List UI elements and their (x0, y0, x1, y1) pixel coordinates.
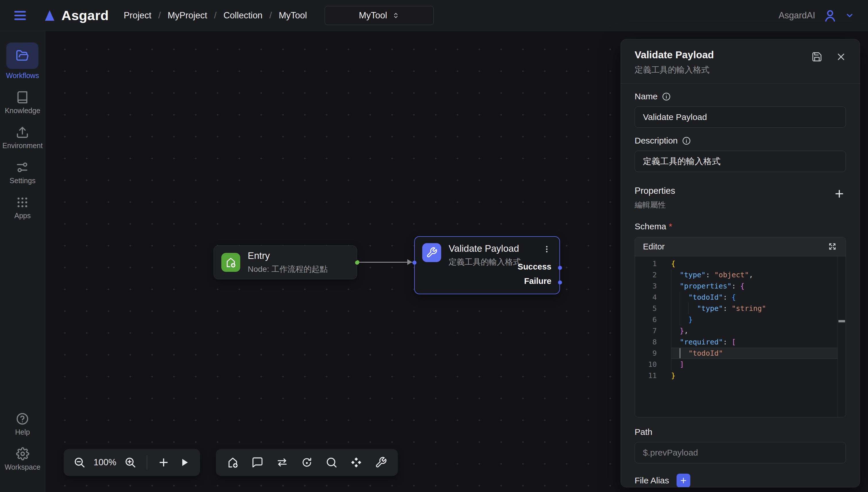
sidebar-item-highlight (16, 91, 29, 104)
validate-success-port[interactable] (558, 266, 562, 270)
swap-arrows-icon (276, 457, 288, 468)
breadcrumb-separator: / (158, 10, 161, 21)
description-input[interactable] (635, 151, 846, 172)
sidebar-item-settings[interactable]: Settings (9, 161, 35, 185)
fit-view-button[interactable] (350, 456, 363, 469)
indent-guide (671, 314, 671, 325)
auto-layout-button[interactable] (300, 456, 314, 469)
code-line-6[interactable]: 6 } (635, 314, 846, 325)
line-number: 6 (635, 314, 657, 325)
breadcrumb-item-myproject[interactable]: MyProject (168, 10, 207, 21)
code-line-2[interactable]: 2 "type": "object", (635, 269, 846, 280)
panel-body: Name Description Properties 編輯屬性 Schema*… (621, 92, 860, 487)
swap-connections-button[interactable] (276, 456, 289, 469)
run-button[interactable] (178, 456, 191, 469)
dots-vertical-icon (543, 245, 551, 253)
code-line-8[interactable]: 8 "required": [ (635, 337, 846, 348)
node-menu-button[interactable] (542, 243, 552, 256)
save-button[interactable] (812, 51, 822, 62)
code-line-3[interactable]: 3 "properties": { (635, 280, 846, 292)
breadcrumb-item-project[interactable]: Project (124, 10, 151, 21)
tool-select-value: MyTool (359, 10, 387, 21)
sidebar-item-help[interactable]: Help (15, 412, 30, 436)
name-label-text: Name (635, 92, 658, 101)
code-line-10[interactable]: 10 ] (635, 359, 846, 370)
add-property-button[interactable] (833, 188, 846, 201)
sidebar-item-highlight (16, 447, 29, 461)
menu-button[interactable] (13, 8, 28, 23)
info-icon[interactable] (662, 92, 671, 101)
line-number: 4 (635, 292, 657, 303)
schema-label-text: Schema (635, 222, 666, 231)
code-line-1[interactable]: 1{ (635, 258, 846, 269)
entry-output-port[interactable] (355, 261, 359, 265)
brand[interactable]: Asgard (43, 7, 109, 23)
code-editor-area[interactable]: 1{2 "type": "object",3 "properties": {4 … (635, 256, 846, 417)
code-line-7[interactable]: 7 }, (635, 325, 846, 337)
unfold-icon (392, 11, 400, 20)
sidebar-item-workspace[interactable]: Workspace (5, 447, 41, 471)
gear-icon (16, 447, 29, 461)
tool-select-dropdown[interactable]: MyTool (325, 6, 434, 25)
node-validate-payload[interactable]: Validate Payload 定義工具的輸入格式 Success Failu… (414, 236, 560, 294)
code-line-4[interactable]: 4 "todoId": { (635, 292, 846, 303)
sidebar-item-highlight (16, 196, 29, 209)
editor-header: Editor (635, 238, 846, 256)
panel-actions (812, 51, 846, 62)
search-button[interactable] (325, 456, 338, 469)
node-entry[interactable]: Entry Node: 工作流程的起點 (214, 245, 357, 279)
sidebar-item-knowledge[interactable]: Knowledge (5, 91, 41, 115)
info-icon[interactable] (682, 137, 691, 145)
comment-button[interactable] (251, 456, 264, 469)
grid-dots-icon (16, 196, 29, 209)
breadcrumb-separator: / (214, 10, 217, 21)
code-line-9[interactable]: 9 "todoId" (635, 348, 846, 359)
path-label-text: Path (635, 427, 652, 437)
indent-guide (680, 292, 680, 303)
indent-guide (671, 348, 671, 359)
properties-subtitle: 編輯屬性 (635, 200, 675, 210)
validate-node-outputs: Success Failure (518, 262, 551, 286)
expand-editor-button[interactable] (827, 242, 838, 252)
required-asterisk: * (669, 222, 672, 231)
add-entry-node-button[interactable] (226, 456, 240, 469)
folder-open-icon (16, 49, 29, 62)
sidebar-item-apps[interactable]: Apps (14, 196, 31, 220)
editor-scrollbar[interactable] (838, 256, 846, 417)
path-input[interactable] (635, 442, 846, 463)
help-icon (16, 412, 29, 425)
validate-input-port[interactable] (413, 261, 417, 265)
node-config-panel: Validate Payload 定義工具的輸入格式 Name Descript… (621, 39, 860, 487)
output-label-failure: Failure (524, 276, 551, 286)
code-line-11[interactable]: 11} (635, 370, 846, 381)
edge-arrowhead (407, 259, 412, 265)
tools-button[interactable] (374, 456, 388, 469)
sidebar-item-environment[interactable]: Environment (2, 126, 43, 150)
validate-failure-port[interactable] (558, 280, 562, 285)
brand-name: Asgard (61, 7, 109, 23)
name-input[interactable] (635, 106, 846, 128)
line-number: 7 (635, 325, 657, 337)
zoom-level[interactable]: 100% (94, 457, 116, 468)
sidebar-item-label: Help (15, 428, 30, 436)
zoom-out-button[interactable] (73, 456, 86, 469)
close-button[interactable] (836, 51, 846, 62)
sidebar-item-workflows[interactable]: Workflows (6, 43, 39, 80)
entry-node-text: Entry Node: 工作流程的起點 (248, 250, 328, 275)
editor-scrollbar-thumb[interactable] (838, 320, 845, 322)
sliders-icon (16, 161, 29, 174)
breadcrumb-item-collection[interactable]: Collection (223, 10, 262, 21)
sidebar-item-label: Environment (2, 142, 43, 150)
indent-guide (671, 325, 671, 337)
add-file-alias-button[interactable] (676, 474, 690, 487)
zoom-in-button[interactable] (124, 456, 137, 469)
text-cursor (680, 348, 680, 358)
breadcrumb-item-mytool[interactable]: MyTool (279, 10, 307, 21)
code-line-5[interactable]: 5 "type": "string" (635, 303, 846, 314)
sidebar-item-label: Apps (14, 212, 31, 220)
add-button[interactable] (157, 456, 170, 469)
user-icon[interactable] (823, 8, 837, 22)
sidebar-item-highlight (16, 412, 29, 425)
chevron-down-icon[interactable] (845, 11, 854, 20)
save-icon (812, 51, 822, 62)
